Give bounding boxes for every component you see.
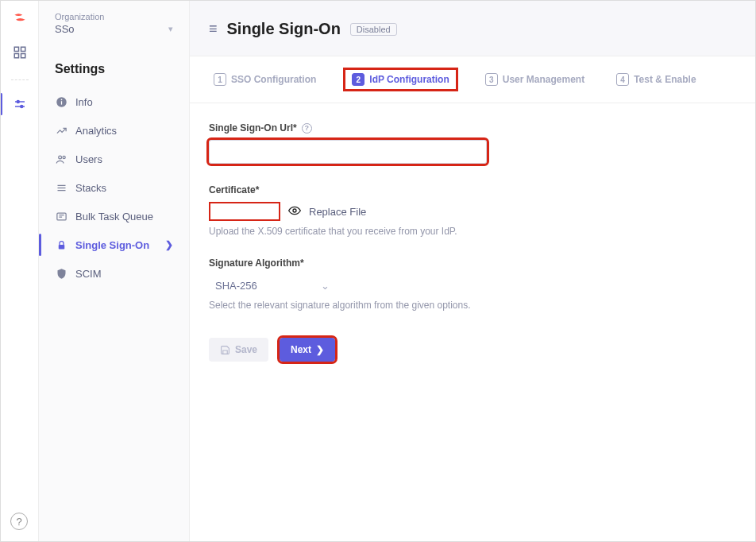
algorithm-hint: Select the relevant signature algorithm … bbox=[209, 300, 679, 311]
chevron-right-icon: ❯ bbox=[316, 344, 324, 355]
lock-icon bbox=[55, 238, 68, 251]
svg-rect-2 bbox=[14, 54, 18, 58]
svg-point-18 bbox=[293, 209, 296, 212]
save-button[interactable]: Save bbox=[209, 338, 268, 362]
org-selector[interactable]: SSo ▾ bbox=[55, 23, 173, 35]
certificate-filename bbox=[209, 202, 280, 221]
sidebar-item-label: Bulk Task Queue bbox=[75, 211, 153, 223]
chevron-down-icon: ▾ bbox=[168, 24, 173, 34]
analytics-icon bbox=[55, 124, 68, 137]
sidebar-item-label: Users bbox=[75, 153, 102, 165]
stacks-icon bbox=[55, 181, 68, 194]
help-tooltip-icon[interactable]: ? bbox=[302, 123, 312, 134]
sidebar-item-info[interactable]: Info bbox=[39, 87, 189, 116]
sidebar-item-label: Stacks bbox=[75, 182, 106, 194]
menu-icon[interactable]: ≡ bbox=[209, 21, 218, 37]
sidebar-item-label: Analytics bbox=[75, 125, 117, 137]
replace-file-link[interactable]: Replace File bbox=[309, 206, 366, 218]
save-icon bbox=[220, 345, 230, 355]
shield-icon bbox=[55, 267, 68, 280]
eye-icon[interactable] bbox=[288, 204, 301, 219]
info-icon bbox=[55, 95, 68, 108]
svg-point-12 bbox=[63, 156, 65, 158]
stepper: 1SSO Configuration 2IdP Configuration 3U… bbox=[190, 56, 755, 103]
settings-sliders-icon[interactable] bbox=[10, 95, 29, 114]
algorithm-select[interactable]: SHA-256 ⌄ bbox=[209, 275, 336, 296]
dashboard-icon[interactable] bbox=[10, 43, 29, 62]
sso-url-label: Single Sign-On Url* ? bbox=[209, 122, 679, 134]
sidebar-item-stacks[interactable]: Stacks bbox=[39, 173, 189, 202]
svg-rect-3 bbox=[21, 54, 25, 58]
org-name: SSo bbox=[55, 23, 75, 35]
sidebar-item-scim[interactable]: SCIM bbox=[39, 259, 189, 288]
users-icon bbox=[55, 153, 68, 165]
svg-point-11 bbox=[58, 156, 61, 159]
main-content: ≡ Single Sign-On Disabled 1SSO Configura… bbox=[190, 1, 755, 541]
step-sso-configuration[interactable]: 1SSO Configuration bbox=[209, 68, 321, 91]
page-title: Single Sign-On bbox=[227, 20, 341, 38]
sidebar-item-users[interactable]: Users bbox=[39, 145, 189, 173]
sidebar-heading: Settings bbox=[39, 38, 189, 87]
sidebar: Organization SSo ▾ Settings Info Analyti… bbox=[39, 1, 190, 541]
step-user-management[interactable]: 3User Management bbox=[480, 68, 589, 91]
sidebar-item-label: Info bbox=[75, 96, 93, 108]
status-badge: Disabled bbox=[350, 23, 397, 36]
sidebar-item-single-sign-on[interactable]: Single Sign-On ❯ bbox=[39, 230, 189, 259]
chevron-down-icon: ⌄ bbox=[321, 280, 330, 292]
step-idp-configuration[interactable]: 2IdP Configuration bbox=[343, 68, 457, 91]
svg-point-10 bbox=[60, 99, 62, 100]
step-test-enable[interactable]: 4Test & Enable bbox=[611, 68, 700, 91]
sidebar-item-analytics[interactable]: Analytics bbox=[39, 116, 189, 145]
sidebar-item-label: SCIM bbox=[75, 268, 102, 280]
certificate-hint: Upload the X.509 certificate that you re… bbox=[209, 226, 679, 237]
sidebar-item-bulk-task-queue[interactable]: Bulk Task Queue bbox=[39, 202, 189, 230]
svg-point-5 bbox=[17, 101, 19, 103]
nav-rail: ? bbox=[1, 1, 39, 541]
help-icon[interactable]: ? bbox=[10, 513, 28, 530]
certificate-label: Certificate* bbox=[209, 184, 679, 196]
svg-point-7 bbox=[20, 106, 22, 108]
queue-icon bbox=[55, 210, 68, 223]
sso-url-input[interactable] bbox=[209, 140, 487, 164]
chevron-right-icon: ❯ bbox=[165, 239, 173, 250]
algorithm-label: Signature Algorithm* bbox=[209, 257, 679, 269]
svg-rect-0 bbox=[14, 47, 18, 51]
brand-logo-icon bbox=[12, 10, 28, 29]
svg-rect-1 bbox=[21, 47, 25, 51]
svg-rect-17 bbox=[58, 244, 64, 249]
rail-divider bbox=[11, 79, 29, 80]
next-button[interactable]: Next ❯ bbox=[280, 338, 335, 362]
sidebar-item-label: Single Sign-On bbox=[75, 239, 149, 251]
org-label: Organization bbox=[55, 12, 173, 21]
svg-rect-9 bbox=[60, 101, 61, 104]
